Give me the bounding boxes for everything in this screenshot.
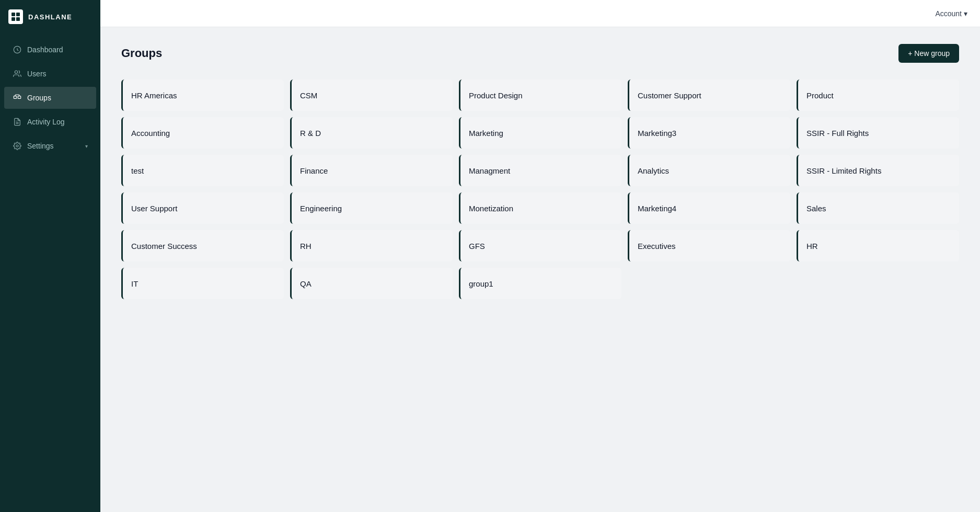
group-card[interactable]: Analytics [628, 155, 790, 186]
group-card-name: Product [806, 91, 834, 100]
sidebar-item-label-dashboard: Dashboard [27, 45, 88, 54]
group-card[interactable]: QA [290, 268, 453, 299]
group-card-name: R & D [300, 129, 321, 138]
users-icon [13, 69, 22, 78]
group-card[interactable]: Customer Support [628, 79, 790, 111]
sidebar-nav: Dashboard Users Groups [0, 33, 100, 512]
group-card[interactable]: User Support [121, 192, 284, 224]
group-card-name: Finance [300, 166, 328, 175]
group-card-name: QA [300, 279, 312, 288]
group-card[interactable]: Customer Success [121, 230, 284, 261]
svg-rect-6 [14, 96, 16, 99]
sidebar: DASHLANE Dashboard Users [0, 0, 100, 512]
group-card[interactable]: RH [290, 230, 453, 261]
groups-grid: HR AmericasCSMProduct DesignCustomer Sup… [121, 79, 959, 299]
dashboard-icon [13, 45, 22, 54]
group-card-name: Analytics [638, 166, 669, 175]
account-chevron-icon: ▾ [964, 9, 967, 18]
app-name: DASHLANE [28, 13, 72, 21]
group-card[interactable]: CSM [290, 79, 453, 111]
activity-icon [13, 117, 22, 127]
group-card-name: Managment [469, 166, 510, 175]
group-card[interactable]: Engineering [290, 192, 453, 224]
group-card[interactable]: HR [797, 230, 959, 261]
svg-rect-1 [16, 13, 20, 16]
group-card[interactable]: SSIR - Limited Rights [797, 155, 959, 186]
svg-point-10 [16, 145, 18, 147]
group-card[interactable]: Marketing3 [628, 117, 790, 149]
groups-icon [13, 93, 22, 103]
group-card[interactable]: Product [797, 79, 959, 111]
page-header: Groups + New group [121, 44, 959, 63]
group-card[interactable]: Monetization [459, 192, 621, 224]
group-card-name: Accounting [131, 129, 170, 138]
main-content: Account ▾ Groups + New group HR Americas… [100, 0, 980, 512]
sidebar-item-label-groups: Groups [27, 94, 88, 102]
group-card-name: SSIR - Limited Rights [806, 166, 881, 175]
account-label: Account [935, 9, 962, 18]
svg-rect-3 [16, 17, 20, 21]
group-card-name: Customer Support [638, 91, 701, 100]
settings-icon [13, 141, 22, 151]
group-card-name: User Support [131, 204, 177, 213]
group-card-name: Engineering [300, 204, 342, 213]
group-card[interactable]: GFS [459, 230, 621, 261]
group-card-name: HR [806, 242, 818, 251]
group-card-name: Marketing4 [638, 204, 676, 213]
sidebar-item-groups[interactable]: Groups [4, 87, 96, 109]
group-card-name: Customer Success [131, 242, 197, 251]
sidebar-item-users[interactable]: Users [4, 63, 96, 85]
group-card[interactable]: Marketing4 [628, 192, 790, 224]
group-card[interactable]: IT [121, 268, 284, 299]
group-card[interactable]: SSIR - Full Rights [797, 117, 959, 149]
group-card-name: Monetization [469, 204, 513, 213]
sidebar-item-settings[interactable]: Settings ▾ [4, 135, 96, 157]
page-title: Groups [121, 47, 162, 60]
group-card-name: Marketing [469, 129, 503, 138]
group-card[interactable]: Finance [290, 155, 453, 186]
sidebar-item-dashboard[interactable]: Dashboard [4, 39, 96, 61]
sidebar-item-label-users: Users [27, 70, 88, 78]
sidebar-item-label-settings: Settings [27, 142, 80, 150]
group-card-name: Sales [806, 204, 826, 213]
group-card-name: Marketing3 [638, 129, 676, 138]
group-card-name: IT [131, 279, 138, 288]
group-card-name: CSM [300, 91, 317, 100]
new-group-button[interactable]: + New group [898, 44, 959, 63]
logo: DASHLANE [0, 0, 100, 33]
topbar: Account ▾ [100, 0, 980, 27]
group-card[interactable]: Executives [628, 230, 790, 261]
group-card[interactable]: HR Americas [121, 79, 284, 111]
group-card-name: RH [300, 242, 312, 251]
group-card-name: SSIR - Full Rights [806, 129, 869, 138]
group-card[interactable]: R & D [290, 117, 453, 149]
group-card[interactable]: test [121, 155, 284, 186]
svg-point-5 [15, 71, 17, 73]
sidebar-item-activity-log[interactable]: Activity Log [4, 111, 96, 133]
group-card[interactable]: Product Design [459, 79, 621, 111]
group-card-name: Executives [638, 242, 676, 251]
group-card-name: test [131, 166, 144, 175]
group-card-name: Product Design [469, 91, 523, 100]
account-menu[interactable]: Account ▾ [935, 9, 967, 18]
group-card-name: GFS [469, 242, 485, 251]
sidebar-item-label-activity-log: Activity Log [27, 118, 88, 126]
group-card[interactable]: Sales [797, 192, 959, 224]
group-card[interactable]: Accounting [121, 117, 284, 149]
svg-rect-2 [11, 17, 15, 21]
svg-rect-7 [18, 96, 20, 99]
group-card-name: HR Americas [131, 91, 177, 100]
svg-rect-0 [11, 13, 15, 16]
group-card[interactable]: Marketing [459, 117, 621, 149]
group-card[interactable]: group1 [459, 268, 621, 299]
content-area: Groups + New group HR AmericasCSMProduct… [100, 27, 980, 512]
group-card[interactable]: Managment [459, 155, 621, 186]
settings-chevron-icon: ▾ [85, 143, 88, 149]
group-card-name: group1 [469, 279, 493, 288]
logo-icon [8, 9, 23, 24]
